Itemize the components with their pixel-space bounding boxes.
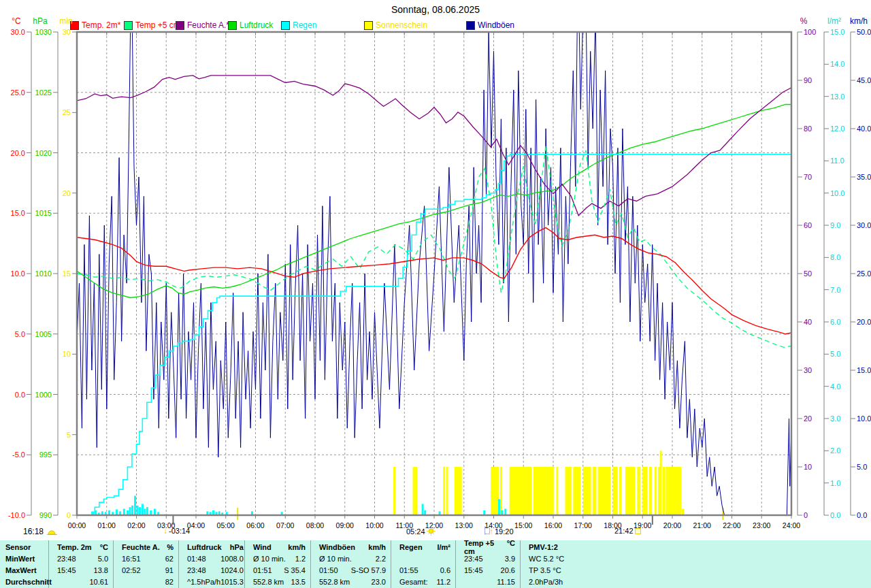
svg-text:5.0: 5.0 <box>15 330 25 338</box>
svg-text:02:00: 02:00 <box>127 521 145 529</box>
cell-value: 23.0 <box>372 578 386 586</box>
cell-value: 62 <box>165 555 174 563</box>
row-label-text: MinWert <box>5 555 35 563</box>
max-value-row: 15:4513.8 <box>49 566 113 574</box>
column-name: Luftdruck <box>187 543 222 551</box>
column-header: Windböenkm/h <box>311 543 391 551</box>
marker-moon-down-arrow: ↓-03:14 <box>163 527 190 535</box>
svg-text:0.0: 0.0 <box>15 391 25 399</box>
svg-text:01:00: 01:00 <box>98 521 116 529</box>
table-row-label: MaxWert <box>0 566 56 574</box>
cell-time: 23:45 <box>464 555 483 563</box>
svg-text:05:00: 05:00 <box>217 521 235 529</box>
svg-text:1030: 1030 <box>35 28 52 36</box>
min-value-row: Ø 10 min.1.2 <box>245 555 310 563</box>
svg-text:40.0: 40.0 <box>857 125 871 133</box>
svg-text:20: 20 <box>804 414 812 423</box>
svg-text:00:00: 00:00 <box>68 521 86 529</box>
svg-text:15.0: 15.0 <box>857 366 871 374</box>
min-value-row: 23:485.0 <box>49 555 113 563</box>
cell-time: 552.8 km <box>319 578 350 586</box>
column-unit: km/h <box>288 543 306 551</box>
cell-value: 1008.0 <box>220 555 244 563</box>
svg-text:-5.0: -5.0 <box>12 451 25 459</box>
cell-time: 16:51 <box>122 555 141 563</box>
statistics-table: SensorMinWertMaxWertDurchschnittTemp. 2m… <box>0 540 871 588</box>
svg-text:1025: 1025 <box>35 88 52 97</box>
svg-text:90: 90 <box>804 76 812 84</box>
svg-text:10.0: 10.0 <box>11 270 25 278</box>
svg-text:15.0: 15.0 <box>11 209 25 217</box>
column-name: Wind <box>253 543 272 551</box>
svg-text:-10.0: -10.0 <box>8 511 25 519</box>
cell-time: 02:52 <box>122 566 141 574</box>
marker-time-label: 05:24 <box>406 527 425 536</box>
svg-text:17:00: 17:00 <box>574 521 592 529</box>
svg-text:50: 50 <box>804 270 812 278</box>
row-label-text: MaxWert <box>5 566 37 574</box>
svg-text:6.0: 6.0 <box>830 318 840 326</box>
max-value-row: 02:5291 <box>114 566 178 574</box>
svg-text:9.0: 9.0 <box>830 221 840 229</box>
avg-value-row: 552.8 km13.5 <box>245 578 310 586</box>
daylight-duration-value: 16:18 <box>23 527 44 536</box>
max-value-row: 15:4520.6 <box>456 566 520 574</box>
marker-time-label: 21:42 <box>614 527 634 535</box>
cell-time: Gesamt: <box>399 578 428 586</box>
cell-value: 91 <box>165 566 174 574</box>
cell-time: 552.8 km <box>253 578 284 586</box>
svg-text:30: 30 <box>63 28 71 36</box>
min-value-row: Ø 10 min.2.2 <box>311 555 391 563</box>
column-unit: km/h <box>368 543 386 551</box>
svg-text:21:00: 21:00 <box>693 521 711 529</box>
column-header: LuftdruckhPa <box>179 543 248 551</box>
svg-text:3.0: 3.0 <box>830 414 840 423</box>
sunrise-sun-icon <box>427 527 436 536</box>
cell-value: 20.6 <box>501 566 515 574</box>
svg-text:12.0: 12.0 <box>830 125 844 133</box>
table-column-luftdruck: LuftdruckhPa01:481008.023:481024.0^1.5hP… <box>179 540 245 588</box>
daylight-duration: 16:18 <box>23 527 57 536</box>
row-label-text: Durchschnitt <box>5 578 52 586</box>
cell-time: Ø 10 min. <box>253 555 286 563</box>
svg-text:5.0: 5.0 <box>857 463 867 471</box>
column-unit: % <box>167 543 174 551</box>
svg-text:30.0: 30.0 <box>857 221 871 229</box>
svg-text:0: 0 <box>804 511 808 519</box>
cell-value: 1015.3 <box>220 578 244 586</box>
svg-text:0: 0 <box>67 511 71 519</box>
svg-text:20.0: 20.0 <box>11 149 25 157</box>
marker-sunset-square: 21:42 <box>614 527 641 535</box>
cell-time: 23:48 <box>57 555 76 563</box>
svg-text:06:00: 06:00 <box>246 521 264 529</box>
column-header: Temp. 2m°C <box>49 543 113 551</box>
table-column-wind: Windkm/hØ 10 min.1.201:51S 35.4552.8 km1… <box>245 540 311 588</box>
weather-chart-plot: 30.025.020.015.010.05.00.0-5.0-10.010301… <box>0 0 871 540</box>
column-unit: l/m² <box>437 543 450 551</box>
cell-value: S 35.4 <box>284 566 306 574</box>
column-header: Regenl/m² <box>391 543 455 551</box>
svg-text:13.0: 13.0 <box>830 93 844 101</box>
axis-rain: 15.014.013.012.011.010.09.08.07.06.05.04… <box>824 28 844 519</box>
max-value-row: 01:51S 35.4 <box>245 566 310 574</box>
cell-time: WC 5.2 °C <box>529 555 564 563</box>
column-header: Temp +5 cm°C <box>456 539 520 555</box>
svg-text:80: 80 <box>804 125 812 133</box>
svg-text:1015: 1015 <box>35 209 52 217</box>
column-header: Feuchte A.% <box>114 543 178 551</box>
svg-text:15.0: 15.0 <box>830 28 844 36</box>
table-column-temp-+5-cm: Temp +5 cm°C23:453.915:4520.611.15 <box>456 540 521 588</box>
max-value-row: 23:481024.0 <box>179 566 248 574</box>
svg-text:13:00: 13:00 <box>455 521 473 529</box>
column-header: PMV-1:2 <box>521 543 871 551</box>
cell-value: 5.0 <box>98 555 108 563</box>
axis-sunshine: 302520151050 <box>63 28 77 519</box>
svg-text:0.0: 0.0 <box>857 511 867 519</box>
max-value-row: 01:550.6 <box>391 566 455 574</box>
svg-text:25: 25 <box>63 108 71 116</box>
cell-value: 13.8 <box>94 566 108 574</box>
svg-text:16:00: 16:00 <box>544 521 562 529</box>
cell-value: 11.2 <box>436 578 450 586</box>
svg-text:1000: 1000 <box>35 391 52 399</box>
avg-value-row: 552.8 km23.0 <box>311 578 391 586</box>
